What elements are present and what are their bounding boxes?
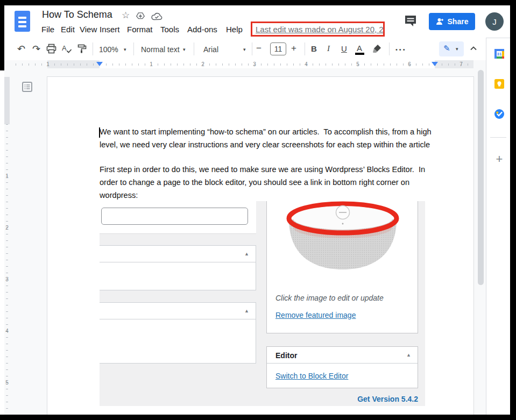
text-color-swatch bbox=[355, 53, 364, 55]
paragraph-style-select[interactable]: Normal text bbox=[141, 45, 180, 54]
toolbar-separator bbox=[252, 42, 252, 55]
pencil-icon[interactable]: ✎ bbox=[443, 44, 450, 53]
google-tasks-icon[interactable] bbox=[494, 109, 504, 119]
screenshot-edge bbox=[0, 415, 516, 420]
wp-featured-image-panel: Click the image to edit or update Remove… bbox=[266, 201, 418, 333]
last-edit-annotation-box: Last edit was made on August 20, 2… bbox=[251, 22, 385, 37]
collapse-arrow-icon: ▲ bbox=[244, 252, 249, 257]
collapse-arrow-icon: ▲ bbox=[244, 309, 249, 314]
left-indent-marker[interactable] bbox=[96, 62, 103, 66]
spellcheck-button[interactable]: A bbox=[62, 44, 72, 56]
toolbar-separator bbox=[305, 42, 305, 55]
logo-line bbox=[18, 17, 26, 19]
wp-editor-area bbox=[100, 201, 256, 234]
menu-edit[interactable]: Edit bbox=[61, 25, 75, 34]
wp-editor-panel: Editor ▲ Switch to Block Editor bbox=[266, 346, 418, 388]
ruler-number: 7 bbox=[460, 61, 463, 67]
menu-insert[interactable]: Insert bbox=[100, 25, 120, 34]
print-button[interactable] bbox=[46, 44, 56, 56]
wp-editor-panel-header: Editor ▲ bbox=[267, 347, 418, 364]
chevron-down-icon[interactable]: ▾ bbox=[243, 47, 246, 52]
ruler-number: 4 bbox=[305, 61, 308, 67]
ruler-number: 5 bbox=[4, 380, 10, 386]
toolbar-separator bbox=[93, 42, 93, 55]
undo-button[interactable]: ↶ bbox=[17, 43, 25, 55]
menu-file[interactable]: File bbox=[41, 25, 54, 34]
toolbar-separator bbox=[389, 42, 390, 55]
toolbar-separator bbox=[194, 42, 194, 55]
account-avatar[interactable]: J bbox=[485, 12, 504, 31]
chevron-down-icon[interactable]: ▾ bbox=[183, 47, 186, 52]
embedded-wordpress-screenshot[interactable]: ▲ ▲ bbox=[100, 201, 425, 406]
avatar-initial: J bbox=[492, 17, 497, 26]
right-indent-marker[interactable] bbox=[432, 62, 438, 66]
cloud-saved-icon[interactable] bbox=[151, 12, 162, 23]
redo-button[interactable]: ↷ bbox=[32, 43, 40, 55]
vertical-ruler-margin bbox=[4, 77, 10, 124]
google-docs-logo[interactable] bbox=[15, 11, 30, 32]
wp-switch-to-block-editor-link: Switch to Block Editor bbox=[275, 372, 348, 380]
ruler-number: 5 bbox=[356, 61, 359, 67]
text-color-button[interactable]: A bbox=[357, 44, 362, 53]
ruler-number: 1 bbox=[4, 173, 10, 179]
logo-line bbox=[18, 21, 26, 23]
wp-meta-box-header: ▲ bbox=[100, 246, 256, 262]
toolbar-separator bbox=[133, 42, 134, 55]
menu-help[interactable]: Help bbox=[226, 25, 243, 34]
wp-meta-box-header: ▲ bbox=[100, 303, 256, 319]
logo-line bbox=[18, 25, 26, 27]
screenshot-edge bbox=[510, 0, 516, 420]
ruler-number: 1 bbox=[46, 61, 50, 67]
screenshot-edge bbox=[0, 0, 4, 70]
font-select[interactable]: Arial bbox=[203, 45, 218, 54]
decrease-font-size-button[interactable]: − bbox=[256, 43, 261, 54]
highlight-color-button[interactable] bbox=[372, 44, 383, 56]
side-panel-divider bbox=[490, 137, 506, 138]
wp-text-input bbox=[101, 208, 248, 225]
italic-button[interactable]: I bbox=[327, 44, 330, 53]
wp-image-caption: Click the image to edit or update bbox=[275, 294, 384, 302]
bold-button[interactable]: B bbox=[311, 44, 317, 53]
chevron-down-icon[interactable]: ▾ bbox=[124, 47, 126, 52]
share-button[interactable]: Share bbox=[429, 13, 475, 30]
more-options-button[interactable]: ••• bbox=[395, 46, 407, 53]
google-calendar-icon[interactable]: 31 bbox=[494, 49, 504, 59]
ruler-number: 2 bbox=[201, 61, 204, 67]
vertical-ruler-ticks bbox=[6, 124, 8, 409]
vertical-scrollbar-thumb[interactable] bbox=[478, 70, 484, 285]
comment-history-icon[interactable] bbox=[404, 15, 418, 27]
wp-editor-panel-title: Editor bbox=[275, 351, 297, 360]
wp-remove-featured-image-link: Remove featured image bbox=[275, 311, 356, 319]
echo-dot-photo bbox=[280, 201, 406, 273]
increase-font-size-button[interactable]: + bbox=[291, 43, 296, 54]
screenshot-edge bbox=[0, 0, 516, 5]
document-title[interactable]: How To Schema bbox=[42, 9, 112, 20]
zoom-select[interactable]: 100% bbox=[99, 45, 118, 54]
ruler-number: 3 bbox=[253, 61, 256, 67]
paragraph[interactable]: First step in order to do this, we need … bbox=[100, 163, 439, 202]
google-keep-icon[interactable] bbox=[494, 79, 504, 89]
last-edit-link[interactable]: Last edit was made on August 20, 2… bbox=[252, 25, 385, 34]
get-add-ons-button[interactable]: + bbox=[493, 152, 505, 166]
hide-menus-button[interactable] bbox=[469, 44, 478, 55]
move-folder-icon[interactable] bbox=[136, 12, 145, 23]
menu-add-ons[interactable]: Add-ons bbox=[187, 25, 217, 34]
menu-format[interactable]: Format bbox=[127, 25, 153, 34]
google-docs-window: How To Schema ☆ FileEditViewInsertFormat… bbox=[0, 0, 516, 420]
ruler-number: 3 bbox=[4, 276, 10, 282]
paragraph[interactable]: We want to start implementing “how-to sc… bbox=[100, 125, 439, 151]
document-outline-icon[interactable] bbox=[22, 82, 32, 92]
workspace-side-panel bbox=[486, 38, 510, 415]
editing-mode-button[interactable] bbox=[439, 41, 464, 56]
star-icon[interactable]: ☆ bbox=[122, 10, 130, 21]
ruler-number: 1 bbox=[150, 61, 153, 67]
wp-meta-box: ▲ bbox=[100, 245, 256, 290]
ruler-number: 4 bbox=[4, 328, 10, 334]
menu-tools[interactable]: Tools bbox=[160, 25, 179, 34]
svg-text:A: A bbox=[62, 44, 67, 52]
underline-button[interactable]: U bbox=[341, 44, 347, 53]
menu-view[interactable]: View bbox=[80, 25, 97, 34]
chevron-down-icon[interactable]: ▾ bbox=[456, 46, 458, 52]
paint-format-button[interactable] bbox=[77, 44, 87, 56]
font-size-input[interactable]: 11 bbox=[270, 42, 286, 55]
